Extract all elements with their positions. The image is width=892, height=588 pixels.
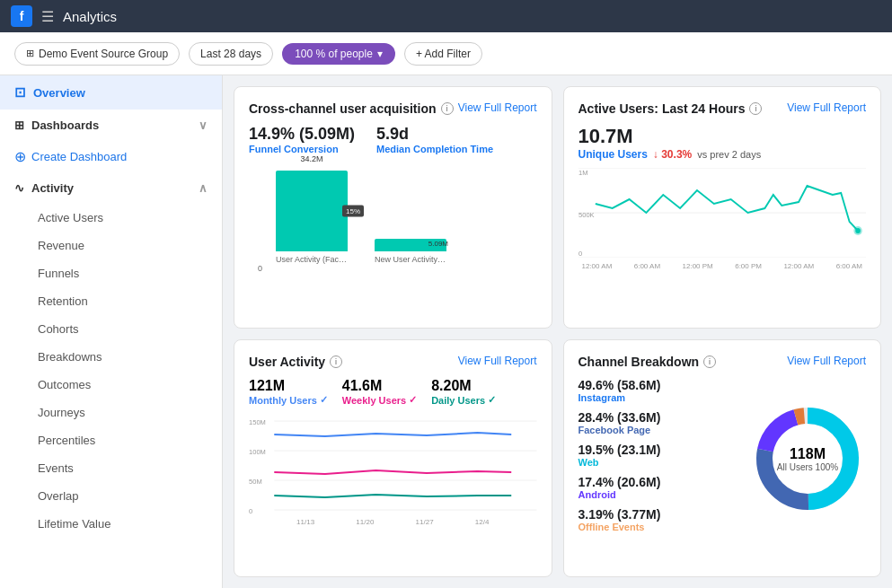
top-nav: f ☰ Analytics <box>0 0 892 32</box>
sidebar-item-overlap[interactable]: Overlap <box>0 482 222 510</box>
user-activity-card: User Activity i View Full Report 121M Mo… <box>234 339 552 577</box>
donut-center: 118M All Users 100% <box>777 446 838 472</box>
sidebar-item-retention[interactable]: Retention <box>0 287 222 315</box>
main-layout: ⊡ Overview ⊞ Dashboards ∨ ⊕ Create Dashb… <box>0 75 892 588</box>
weekly-users-stat: 41.6M Weekly Users ✓ <box>342 378 417 406</box>
sidebar-item-funnels[interactable]: Funnels <box>0 259 222 287</box>
svg-text:0: 0 <box>578 250 583 258</box>
bar2-label: New User Activity (I... <box>375 255 446 264</box>
donut-chart: 118M All Users 100% <box>749 400 866 517</box>
user-activity-stats: 121M Monthly Users ✓ 41.6M Weekly Users … <box>249 378 537 406</box>
active-users-24h-card: Active Users: Last 24 Hours i View Full … <box>563 86 882 329</box>
hamburger-menu-icon[interactable]: ☰ <box>41 8 54 25</box>
x-label-11-20: 11/20 <box>356 518 374 526</box>
sidebar-item-dashboards[interactable]: ⊞ Dashboards ∨ <box>0 110 222 141</box>
monthly-users-stat: 121M Monthly Users ✓ <box>249 378 328 406</box>
cross-channel-info-icon[interactable]: i <box>441 102 454 115</box>
svg-text:0: 0 <box>249 507 253 515</box>
sidebar-item-active-users[interactable]: Active Users <box>0 204 222 232</box>
cross-channel-view-link[interactable]: View Full Report <box>458 101 537 114</box>
chevron-down-icon: ▾ <box>377 48 383 60</box>
channel-android: 17.4% (20.6M) Android <box>578 475 736 500</box>
daily-users-stat: 8.20M Daily Users ✓ <box>431 378 496 406</box>
sidebar-item-events[interactable]: Events <box>0 454 222 482</box>
chevron-up-icon: ∧ <box>199 181 208 195</box>
sidebar-item-revenue[interactable]: Revenue <box>0 232 222 259</box>
svg-text:500K: 500K <box>578 211 595 219</box>
x-label-12-4: 12/4 <box>475 518 490 526</box>
sidebar-item-cohorts[interactable]: Cohorts <box>0 315 222 343</box>
svg-text:100M: 100M <box>249 448 266 456</box>
channel-breakdown-header: Channel Breakdown i View Full Report <box>578 355 867 369</box>
checkmark-icon: ✓ <box>320 394 328 406</box>
cross-channel-title: Cross-channel user acquisition i <box>249 101 454 116</box>
checkmark-icon: ✓ <box>409 394 417 406</box>
channel-breakdown-body: 49.6% (58.6M) Instagram 28.4% (33.6M) Fa… <box>578 378 867 540</box>
app-title: Analytics <box>63 9 117 24</box>
sidebar-item-percentiles[interactable]: Percentiles <box>0 426 222 454</box>
source-group-button[interactable]: ⊞ Demo Event Source Group <box>14 42 180 66</box>
dashboards-icon: ⊞ <box>14 118 24 132</box>
active-users-view-link[interactable]: View Full Report <box>787 101 866 114</box>
x-label-11-13: 11/13 <box>296 518 314 526</box>
user-activity-info-icon[interactable]: i <box>330 355 342 368</box>
filter-bar: ⊞ Demo Event Source Group Last 28 days 1… <box>0 32 892 75</box>
facebook-logo-icon: f <box>11 5 32 27</box>
checkmark-icon: ✓ <box>488 394 496 406</box>
channel-breakdown-info-icon[interactable]: i <box>703 355 716 368</box>
median-time-stat: 5.9d Median Completion Time <box>376 125 493 154</box>
x-label-5: 6:00 AM <box>836 262 862 270</box>
channel-list: 49.6% (58.6M) Instagram 28.4% (33.6M) Fa… <box>578 378 736 540</box>
user-activity-header: User Activity i View Full Report <box>249 355 537 369</box>
svg-text:50M: 50M <box>249 478 262 486</box>
add-filter-button[interactable]: + Add Filter <box>404 42 482 66</box>
channel-facebook: 28.4% (33.6M) Facebook Page <box>578 410 736 435</box>
x-label-11-27: 11/27 <box>416 518 434 526</box>
funnel-conversion-stat: 14.9% (5.09M) Funnel Conversion <box>249 125 355 154</box>
cross-channel-stats: 14.9% (5.09M) Funnel Conversion 5.9d Med… <box>249 125 537 154</box>
user-activity-view-link[interactable]: View Full Report <box>458 355 537 367</box>
active-users-sub: Unique Users ↓ 30.3% vs prev 2 days <box>578 148 867 161</box>
x-label-1: 6:00 AM <box>634 262 660 270</box>
cross-channel-card: Cross-channel user acquisition i View Fu… <box>234 86 552 329</box>
chevron-down-icon: ∨ <box>199 118 208 132</box>
svg-point-7 <box>855 228 861 233</box>
active-users-info-icon[interactable]: i <box>749 102 762 115</box>
svg-text:150M: 150M <box>249 418 266 426</box>
channel-web: 19.5% (23.1M) Web <box>578 443 736 468</box>
bar1-label: User Activity (Faceb... <box>276 255 348 264</box>
x-label-4: 12:00 AM <box>783 262 814 270</box>
sidebar-item-overview[interactable]: ⊡ Overview <box>0 75 222 110</box>
channel-instagram: 49.6% (58.6M) Instagram <box>578 378 736 403</box>
activity-icon: ∿ <box>14 181 24 195</box>
channel-breakdown-title: Channel Breakdown i <box>578 355 717 369</box>
active-users-chart: 1M 500K 0 12:00 AM 6:00 AM 12:00 PM 6:00… <box>578 168 867 258</box>
x-label-3: 6:00 PM <box>735 262 762 270</box>
sidebar-item-journeys[interactable]: Journeys <box>0 399 222 426</box>
bar1-value: 34.2M <box>300 154 322 163</box>
sidebar-item-breakdowns[interactable]: Breakdowns <box>0 343 222 371</box>
x-label-2: 12:00 PM <box>683 262 713 270</box>
channel-breakdown-view-link[interactable]: View Full Report <box>787 355 866 367</box>
sidebar-create-dashboard[interactable]: ⊕ Create Dashboard <box>0 141 222 172</box>
overview-icon: ⊡ <box>14 84 26 101</box>
audience-filter-button[interactable]: 100 % of people ▾ <box>282 43 395 65</box>
bar-pct-badge: 15% <box>342 206 364 217</box>
active-users-main-value: 10.7M <box>578 125 867 148</box>
sidebar-section-activity[interactable]: ∿ Activity ∧ <box>0 172 222 204</box>
channel-breakdown-card: Channel Breakdown i View Full Report 49.… <box>563 339 882 577</box>
active-users-title: Active Users: Last 24 Hours i <box>578 101 763 116</box>
cross-channel-chart: 0 34.2M 15% User Activity (Faceb... <box>249 165 537 291</box>
svg-text:1M: 1M <box>578 169 587 177</box>
cross-channel-header: Cross-channel user acquisition i View Fu… <box>249 101 537 116</box>
active-users-header: Active Users: Last 24 Hours i View Full … <box>578 101 867 116</box>
sidebar-item-outcomes[interactable]: Outcomes <box>0 371 222 399</box>
user-activity-chart: 150M 100M 50M 0 11/13 11/20 11/27 12/4 <box>249 417 537 526</box>
plus-circle-icon: ⊕ <box>14 148 26 165</box>
sidebar: ⊡ Overview ⊞ Dashboards ∨ ⊕ Create Dashb… <box>0 75 223 588</box>
sidebar-item-lifetime-value[interactable]: Lifetime Value <box>0 510 222 538</box>
bar2-value: 5.09M <box>428 240 448 248</box>
user-activity-title: User Activity i <box>249 355 342 369</box>
date-range-button[interactable]: Last 28 days <box>189 42 273 66</box>
x-label-0: 12:00 AM <box>582 262 613 270</box>
